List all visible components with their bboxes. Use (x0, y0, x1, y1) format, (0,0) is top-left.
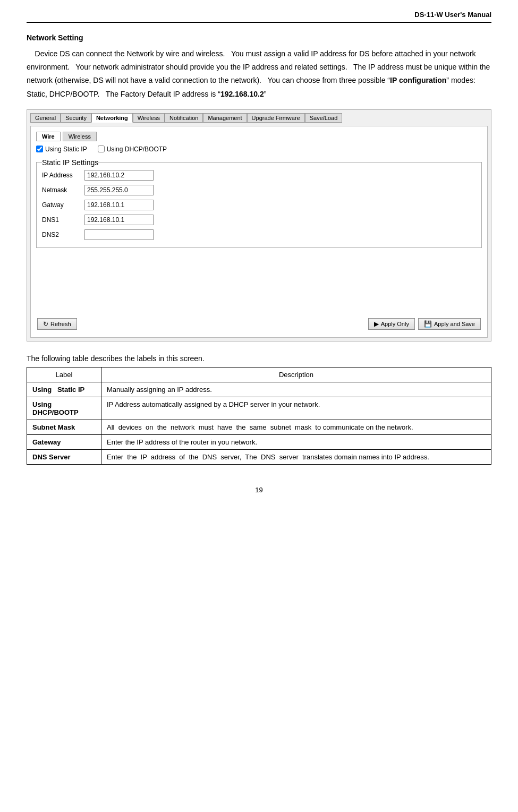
apply-save-label: Apply and Save (434, 321, 475, 327)
static-ip-fieldset: Static IP Settings IP Address Netmask Ga… (36, 158, 482, 248)
paragraph-text-1: Device DS can connect the Network by wir… (27, 49, 490, 98)
ip-mode-checkboxes: Using Static IP Using DHCP/BOOTP (36, 146, 482, 153)
gateway-row: Gatway (42, 200, 476, 210)
row5-label: DNS Server (27, 449, 101, 464)
dns2-input[interactable] (84, 229, 154, 240)
following-text: The following table describes the labels… (27, 354, 491, 363)
dns1-label: DNS1 (42, 216, 84, 224)
apply-only-label: Apply Only (381, 321, 409, 327)
ip-address-row: IP Address (42, 170, 476, 181)
tab-save-load[interactable]: Save/Load (305, 113, 343, 123)
dns1-input[interactable] (84, 215, 154, 225)
dns2-row: DNS2 (42, 229, 476, 240)
ip-address-label: IP Address (42, 172, 84, 179)
netmask-row: Netmask (42, 185, 476, 195)
ip-address-input[interactable] (84, 170, 154, 181)
apply-only-button[interactable]: ▶ Apply Only (368, 318, 415, 330)
row2-label: UsingDHCP/BOOTP (27, 397, 101, 420)
dhcp-label[interactable]: Using DHCP/BOOTP (98, 146, 167, 153)
panel-footer: ↻ Refresh ▶ Apply Only 💾 Apply and Save (36, 316, 482, 332)
networking-panel: General Security Networking Wireless Not… (27, 109, 491, 341)
gateway-input[interactable] (84, 200, 154, 210)
tab-networking[interactable]: Networking (91, 113, 133, 123)
dns2-label: DNS2 (42, 231, 84, 238)
sub-tab-wire[interactable]: Wire (36, 132, 61, 141)
static-ip-checkbox[interactable] (36, 146, 43, 152)
col-desc-header: Description (101, 367, 491, 382)
tab-management[interactable]: Management (203, 113, 247, 123)
apply-icon: ▶ (374, 320, 379, 328)
sub-tab-wireless[interactable]: Wireless (63, 132, 97, 141)
tab-upgrade-firmware[interactable]: Upgrade Firmware (247, 113, 305, 123)
save-icon: 💾 (424, 320, 432, 328)
dns1-row: DNS1 (42, 215, 476, 225)
table-row: UsingDHCP/BOOTP IP Address automatically… (27, 397, 491, 420)
row2-desc: IP Address automatically assigned by a D… (101, 397, 491, 420)
netmask-label: Netmask (42, 186, 84, 194)
netmask-input[interactable] (84, 185, 154, 195)
tab-security[interactable]: Security (61, 113, 91, 123)
row4-desc: Enter the IP address of the router in yo… (101, 434, 491, 449)
page-number: 19 (27, 486, 491, 494)
tab-bar: General Security Networking Wireless Not… (30, 113, 488, 123)
refresh-icon: ↻ (43, 320, 48, 328)
static-ip-text: Using Static IP (45, 146, 87, 153)
apply-buttons: ▶ Apply Only 💾 Apply and Save (368, 318, 481, 330)
row4-label: Gateway (27, 434, 101, 449)
row3-label: Subnet Mask (27, 420, 101, 434)
row1-desc: Manually assigning an IP address. (101, 382, 491, 397)
col-label-header: Label (27, 367, 101, 382)
dhcp-text: Using DHCP/BOOTP (107, 146, 167, 153)
refresh-label: Refresh (50, 321, 71, 327)
tab-wireless[interactable]: Wireless (133, 113, 165, 123)
panel-spacer (36, 248, 482, 312)
table-row: Subnet Mask All devices on the network m… (27, 420, 491, 434)
bold-ip-config: IP configuration (390, 76, 446, 84)
table-row: Using Static IP Manually assigning an IP… (27, 382, 491, 397)
refresh-button[interactable]: ↻ Refresh (37, 318, 77, 330)
description-table: Label Description Using Static IP Manual… (27, 367, 491, 465)
fieldset-legend: Static IP Settings (42, 158, 98, 167)
row5-desc: Enter the IP address of the DNS server, … (101, 449, 491, 464)
table-row: DNS Server Enter the IP address of the D… (27, 449, 491, 464)
bold-ip: 192.168.10.2 (220, 90, 264, 98)
gateway-label: Gatway (42, 201, 84, 209)
sub-tab-bar: Wire Wireless (36, 132, 482, 141)
dhcp-checkbox[interactable] (98, 146, 105, 152)
tab-notification[interactable]: Notification (165, 113, 203, 123)
static-ip-label[interactable]: Using Static IP (36, 146, 87, 153)
body-paragraph: Device DS can connect the Network by wir… (27, 47, 491, 101)
panel-inner: Wire Wireless Using Static IP Using DHCP… (30, 126, 488, 338)
apply-save-button[interactable]: 💾 Apply and Save (418, 318, 481, 330)
row1-label: Using Static IP (27, 382, 101, 397)
tab-general[interactable]: General (30, 113, 61, 123)
header-title: DS-11-W User's Manual (414, 11, 491, 19)
row3-desc: All devices on the network must have the… (101, 420, 491, 434)
table-row: Gateway Enter the IP address of the rout… (27, 434, 491, 449)
section-title: Network Setting (27, 33, 491, 42)
page-header: DS-11-W User's Manual (27, 11, 491, 23)
